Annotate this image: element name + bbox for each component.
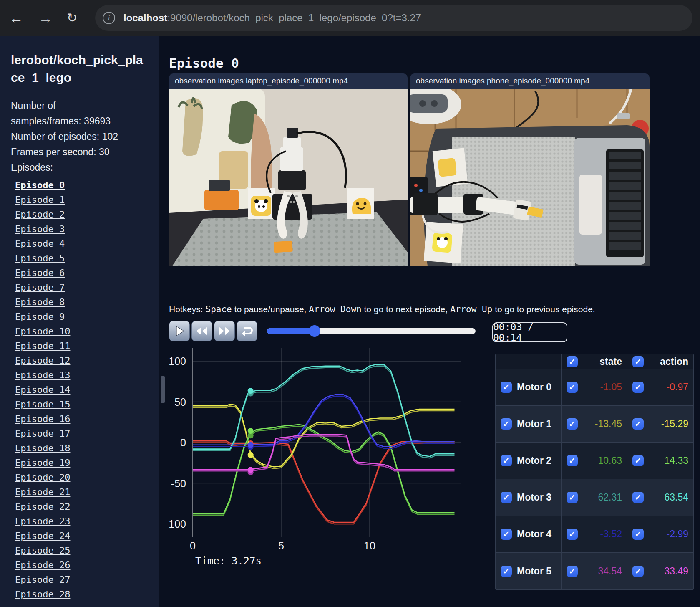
action-value-cell: ✓-0.97 [627,369,693,406]
fast-forward-button[interactable] [214,321,235,341]
motor-label-cell: ✓Motor 2 [496,443,562,479]
checkbox[interactable]: ✓ [501,529,512,540]
sidebar-item-episode-11[interactable]: Episode 11 [15,339,159,353]
checkbox[interactable]: ✓ [632,492,644,503]
sidebar-item-episode-1[interactable]: Episode 1 [15,192,159,207]
sidebar-item-episode-9[interactable]: Episode 9 [15,309,159,324]
table-row-motor-4: ✓Motor 4 ✓-3.52 ✓-2.99 [496,516,693,553]
checkbox[interactable]: ✓ [501,566,512,577]
sidebar-item-episode-6[interactable]: Episode 6 [15,266,159,280]
sidebar-item-episode-5[interactable]: Episode 5 [15,251,159,266]
episodes-label: Episodes: [11,160,118,175]
state-value-cell: ✓62.31 [562,479,627,516]
sidebar-item-episode-16[interactable]: Episode 16 [15,412,159,426]
sidebar-item-episode-28[interactable]: Episode 28 [15,587,159,602]
lerobot-dataset-visualizer: ← → ↻ i localhost:9090/lerobot/koch_pick… [0,0,700,607]
checkbox[interactable]: ✓ [567,492,578,503]
sidebar-item-episode-22[interactable]: Episode 22 [15,499,159,514]
time-display: 00:03 / 00:14 [492,322,567,342]
sidebar-item-episode-7[interactable]: Episode 7 [15,280,159,295]
checkbox[interactable]: ✓ [567,529,578,540]
loop-button[interactable] [237,321,257,341]
dataset-title: lerobot/koch_pick_place_1_lego [11,51,145,86]
svg-text:-50: -50 [171,478,186,489]
checkbox[interactable]: ✓ [567,455,578,466]
seek-slider-fill [267,328,315,334]
video-phone[interactable] [410,89,650,266]
sidebar-item-episode-17[interactable]: Episode 17 [15,426,159,441]
video-laptop-frame [169,89,408,266]
header-state: ✓state [562,354,627,369]
rewind-button[interactable] [191,321,212,341]
sidebar-item-episode-8[interactable]: Episode 8 [15,295,159,309]
checkbox[interactable]: ✓ [501,455,512,466]
site-info-icon[interactable]: i [103,12,115,24]
checkbox[interactable]: ✓ [632,382,644,393]
play-button[interactable] [169,321,190,341]
action-value-cell: ✓63.54 [627,479,693,516]
checkbox[interactable]: ✓ [567,356,578,367]
sidebar-item-episode-24[interactable]: Episode 24 [15,529,159,543]
state-value-cell: ✓10.63 [562,443,627,479]
checkbox[interactable]: ✓ [567,382,578,393]
reload-icon[interactable]: ↻ [67,8,77,28]
address-bar[interactable]: i localhost:9090/lerobot/koch_pick_place… [95,5,692,31]
hotkeys-help: Hotkeys: Space to pause/unpause, Arrow D… [169,304,595,314]
state-value-cell: ✓-3.52 [562,516,627,553]
motor-label-cell: ✓Motor 4 [496,516,562,553]
seek-slider[interactable] [267,328,476,334]
sidebar-item-episode-27[interactable]: Episode 27 [15,572,159,587]
action-value-cell: ✓14.33 [627,443,693,479]
sidebar-item-episode-2[interactable]: Episode 2 [15,207,159,222]
table-row-motor-2: ✓Motor 2 ✓10.63 ✓14.33 [496,443,693,479]
video-laptop[interactable] [169,89,408,266]
sidebar-item-episode-12[interactable]: Episode 12 [15,353,159,368]
checkbox[interactable]: ✓ [632,455,644,466]
scrollbar-thumb[interactable] [161,376,165,403]
forward-icon[interactable]: → [38,8,53,28]
episode-list: Episode 0Episode 1Episode 2Episode 3Epis… [15,178,159,602]
dataset-stats: Number of samples/frames: 39693 Number o… [11,98,118,175]
checkbox[interactable]: ✓ [567,566,578,577]
sidebar-item-episode-0[interactable]: Episode 0 [15,178,159,192]
sidebar-item-episode-25[interactable]: Episode 25 [15,543,159,558]
sidebar-item-episode-18[interactable]: Episode 18 [15,441,159,455]
svg-text:50: 50 [174,396,186,408]
url-text[interactable]: localhost:9090/lerobot/koch_pick_place_1… [123,12,421,24]
checkbox[interactable]: ✓ [501,418,512,430]
sidebar-item-episode-10[interactable]: Episode 10 [15,324,159,339]
sidebar-item-episode-4[interactable]: Episode 4 [15,236,159,251]
checkbox[interactable]: ✓ [501,492,512,503]
back-icon[interactable]: ← [9,8,23,28]
sidebar-item-episode-23[interactable]: Episode 23 [15,514,159,529]
sidebar-item-episode-19[interactable]: Episode 19 [15,455,159,470]
action-value-cell: ✓-15.29 [627,406,693,443]
checkbox[interactable]: ✓ [567,418,578,430]
table-row-motor-5: ✓Motor 5 ✓-34.54 ✓-33.49 [496,553,693,589]
laptop-trackpad [579,175,602,235]
current-time-label: Time: 3.27s [195,555,262,567]
sidebar-item-episode-21[interactable]: Episode 21 [15,485,159,499]
video-panel-phone: observation.images.phone_episode_000000.… [410,73,650,266]
motor-label-cell: ✓Motor 1 [496,406,562,443]
video-title-laptop: observation.images.laptop_episode_000000… [169,73,408,89]
motor-label-cell: ✓Motor 3 [496,479,562,516]
motor-chart[interactable]: 100500-50-1000510 [169,342,465,559]
svg-text:100: 100 [169,355,186,367]
checkbox[interactable]: ✓ [501,382,512,393]
play-icon [174,326,185,336]
video-title-phone: observation.images.phone_episode_000000.… [410,73,650,89]
checkbox[interactable]: ✓ [632,356,644,367]
sidebar-item-episode-14[interactable]: Episode 14 [15,382,159,397]
checkbox[interactable]: ✓ [632,418,644,430]
sidebar-item-episode-3[interactable]: Episode 3 [15,222,159,236]
sidebar-item-episode-13[interactable]: Episode 13 [15,368,159,382]
sidebar-item-episode-15[interactable]: Episode 15 [15,397,159,412]
svg-text:0: 0 [190,540,196,551]
sidebar-item-episode-20[interactable]: Episode 20 [15,470,159,485]
checkbox[interactable]: ✓ [632,529,644,540]
hotkey-space: Space [206,304,232,314]
sidebar-item-episode-26[interactable]: Episode 26 [15,558,159,572]
checkbox[interactable]: ✓ [632,566,644,577]
seek-slider-thumb[interactable] [309,325,320,337]
